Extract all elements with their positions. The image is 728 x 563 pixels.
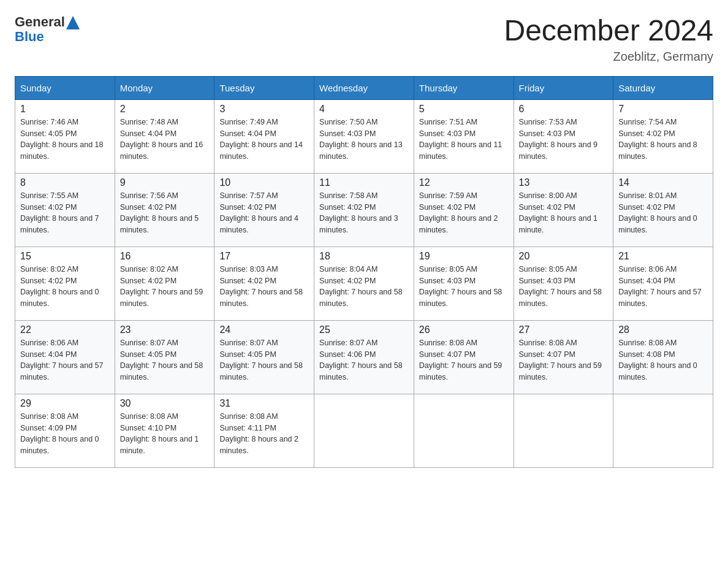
day-info: Sunrise: 7:57 AMSunset: 4:02 PMDaylight:… [219, 190, 309, 236]
day-info: Sunrise: 8:07 AMSunset: 4:05 PMDaylight:… [120, 337, 210, 383]
calendar-cell: 7 Sunrise: 7:54 AMSunset: 4:02 PMDayligh… [613, 99, 713, 173]
day-info: Sunrise: 8:08 AMSunset: 4:07 PMDaylight:… [519, 337, 609, 383]
calendar-cell: 11 Sunrise: 7:58 AMSunset: 4:02 PMDaylig… [314, 173, 414, 247]
weekday-header-monday: Monday [115, 76, 214, 99]
day-number: 17 [219, 251, 309, 262]
calendar-cell: 19 Sunrise: 8:05 AMSunset: 4:03 PMDaylig… [414, 247, 514, 320]
calendar-cell: 9 Sunrise: 7:56 AMSunset: 4:02 PMDayligh… [115, 173, 214, 247]
day-info: Sunrise: 8:00 AMSunset: 4:02 PMDaylight:… [519, 190, 609, 236]
calendar-cell: 10 Sunrise: 7:57 AMSunset: 4:02 PMDaylig… [214, 173, 314, 247]
page-title: December 2024 [504, 15, 713, 47]
logo-blue-text: Blue [15, 29, 44, 44]
day-info: Sunrise: 8:08 AMSunset: 4:10 PMDaylight:… [120, 411, 210, 457]
day-number: 16 [120, 251, 210, 262]
calendar-cell: 18 Sunrise: 8:04 AMSunset: 4:02 PMDaylig… [314, 247, 414, 320]
day-number: 5 [419, 104, 509, 115]
day-info: Sunrise: 7:46 AMSunset: 4:05 PMDaylight:… [20, 117, 110, 163]
day-info: Sunrise: 8:08 AMSunset: 4:08 PMDaylight:… [618, 337, 708, 383]
day-number: 26 [419, 324, 509, 335]
day-info: Sunrise: 7:54 AMSunset: 4:02 PMDaylight:… [618, 117, 708, 163]
subtitle: Zoeblitz, Germany [504, 50, 713, 64]
day-number: 18 [319, 251, 409, 262]
day-info: Sunrise: 8:06 AMSunset: 4:04 PMDaylight:… [618, 264, 708, 310]
day-number: 6 [519, 104, 609, 115]
day-number: 29 [20, 398, 110, 409]
day-number: 28 [618, 324, 708, 335]
day-number: 27 [519, 324, 609, 335]
day-number: 7 [618, 104, 708, 115]
calendar-cell: 21 Sunrise: 8:06 AMSunset: 4:04 PMDaylig… [613, 247, 713, 320]
day-info: Sunrise: 7:53 AMSunset: 4:03 PMDaylight:… [519, 117, 609, 163]
day-number: 12 [419, 177, 509, 188]
day-info: Sunrise: 8:08 AMSunset: 4:11 PMDaylight:… [219, 411, 309, 457]
calendar-cell: 20 Sunrise: 8:05 AMSunset: 4:03 PMDaylig… [514, 247, 613, 320]
day-info: Sunrise: 8:06 AMSunset: 4:04 PMDaylight:… [20, 337, 110, 383]
calendar-cell: 15 Sunrise: 8:02 AMSunset: 4:02 PMDaylig… [15, 247, 115, 320]
calendar-cell: 2 Sunrise: 7:48 AMSunset: 4:04 PMDayligh… [115, 99, 214, 173]
weekday-header-thursday: Thursday [414, 76, 514, 99]
calendar-cell: 23 Sunrise: 8:07 AMSunset: 4:05 PMDaylig… [115, 320, 214, 394]
calendar-cell: 22 Sunrise: 8:06 AMSunset: 4:04 PMDaylig… [15, 320, 115, 394]
calendar-cell: 8 Sunrise: 7:55 AMSunset: 4:02 PMDayligh… [15, 173, 115, 247]
day-number: 24 [219, 324, 309, 335]
title-section: December 2024 Zoeblitz, Germany [504, 15, 713, 64]
day-info: Sunrise: 8:01 AMSunset: 4:02 PMDaylight:… [618, 190, 708, 236]
day-info: Sunrise: 8:07 AMSunset: 4:06 PMDaylight:… [319, 337, 409, 383]
day-number: 23 [120, 324, 210, 335]
weekday-header-sunday: Sunday [15, 76, 115, 99]
calendar-cell: 26 Sunrise: 8:08 AMSunset: 4:07 PMDaylig… [414, 320, 514, 394]
day-number: 13 [519, 177, 609, 188]
weekday-header-wednesday: Wednesday [314, 76, 414, 99]
day-info: Sunrise: 7:58 AMSunset: 4:02 PMDaylight:… [319, 190, 409, 236]
day-number: 20 [519, 251, 609, 262]
day-number: 22 [20, 324, 110, 335]
page-header: General Blue December 2024 Zoeblitz, Ger… [15, 15, 713, 64]
day-number: 4 [319, 104, 409, 115]
week-row-5: 29 Sunrise: 8:08 AMSunset: 4:09 PMDaylig… [15, 394, 713, 467]
week-row-4: 22 Sunrise: 8:06 AMSunset: 4:04 PMDaylig… [15, 320, 713, 394]
calendar-cell: 24 Sunrise: 8:07 AMSunset: 4:05 PMDaylig… [214, 320, 314, 394]
calendar-cell: 1 Sunrise: 7:46 AMSunset: 4:05 PMDayligh… [15, 99, 115, 173]
calendar-cell: 14 Sunrise: 8:01 AMSunset: 4:02 PMDaylig… [613, 173, 713, 247]
calendar-cell [514, 394, 613, 467]
day-number: 25 [319, 324, 409, 335]
day-number: 19 [419, 251, 509, 262]
day-info: Sunrise: 8:05 AMSunset: 4:03 PMDaylight:… [519, 264, 609, 310]
day-number: 9 [120, 177, 210, 188]
day-number: 1 [20, 104, 110, 115]
week-row-2: 8 Sunrise: 7:55 AMSunset: 4:02 PMDayligh… [15, 173, 713, 247]
calendar-cell: 6 Sunrise: 7:53 AMSunset: 4:03 PMDayligh… [514, 99, 613, 173]
day-info: Sunrise: 8:02 AMSunset: 4:02 PMDaylight:… [20, 264, 110, 310]
calendar-cell [414, 394, 514, 467]
day-info: Sunrise: 7:55 AMSunset: 4:02 PMDaylight:… [20, 190, 110, 236]
day-number: 21 [618, 251, 708, 262]
calendar-cell: 16 Sunrise: 8:02 AMSunset: 4:02 PMDaylig… [115, 247, 214, 320]
weekday-header-friday: Friday [514, 76, 613, 99]
day-number: 30 [120, 398, 210, 409]
day-info: Sunrise: 7:49 AMSunset: 4:04 PMDaylight:… [219, 117, 309, 163]
day-info: Sunrise: 8:03 AMSunset: 4:02 PMDaylight:… [219, 264, 309, 310]
logo-triangle-icon [66, 16, 80, 29]
day-info: Sunrise: 8:04 AMSunset: 4:02 PMDaylight:… [319, 264, 409, 310]
calendar-cell: 27 Sunrise: 8:08 AMSunset: 4:07 PMDaylig… [514, 320, 613, 394]
day-info: Sunrise: 8:08 AMSunset: 4:07 PMDaylight:… [419, 337, 509, 383]
weekday-header-tuesday: Tuesday [214, 76, 314, 99]
calendar-cell: 25 Sunrise: 8:07 AMSunset: 4:06 PMDaylig… [314, 320, 414, 394]
calendar-cell: 13 Sunrise: 8:00 AMSunset: 4:02 PMDaylig… [514, 173, 613, 247]
day-number: 10 [219, 177, 309, 188]
calendar-table: SundayMondayTuesdayWednesdayThursdayFrid… [15, 76, 713, 468]
logo: General Blue [15, 15, 80, 44]
calendar-cell: 17 Sunrise: 8:03 AMSunset: 4:02 PMDaylig… [214, 247, 314, 320]
day-info: Sunrise: 7:56 AMSunset: 4:02 PMDaylight:… [120, 190, 210, 236]
calendar-cell: 5 Sunrise: 7:51 AMSunset: 4:03 PMDayligh… [414, 99, 514, 173]
week-row-3: 15 Sunrise: 8:02 AMSunset: 4:02 PMDaylig… [15, 247, 713, 320]
logo-general-text: General [15, 15, 65, 29]
calendar-cell: 28 Sunrise: 8:08 AMSunset: 4:08 PMDaylig… [613, 320, 713, 394]
day-number: 8 [20, 177, 110, 188]
day-number: 31 [219, 398, 309, 409]
calendar-cell: 4 Sunrise: 7:50 AMSunset: 4:03 PMDayligh… [314, 99, 414, 173]
calendar-cell [613, 394, 713, 467]
calendar-cell: 30 Sunrise: 8:08 AMSunset: 4:10 PMDaylig… [115, 394, 214, 467]
day-info: Sunrise: 8:07 AMSunset: 4:05 PMDaylight:… [219, 337, 309, 383]
weekday-header-saturday: Saturday [613, 76, 713, 99]
